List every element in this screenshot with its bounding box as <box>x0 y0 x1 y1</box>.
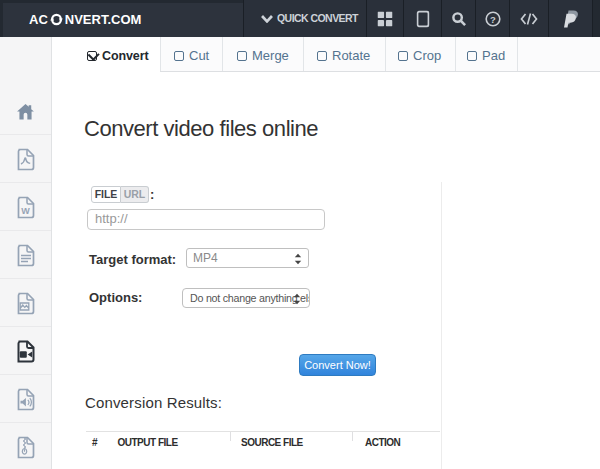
svg-text:?: ? <box>490 13 496 24</box>
svg-text:W: W <box>21 206 30 216</box>
